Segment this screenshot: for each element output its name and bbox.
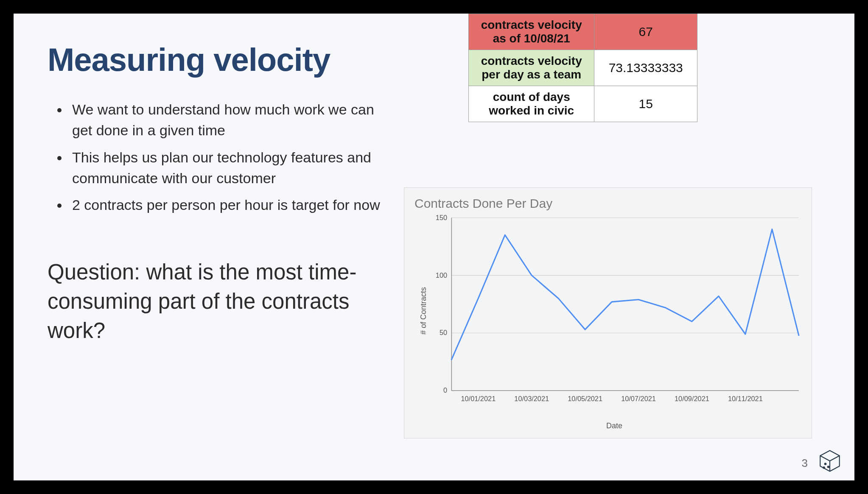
slide: Measuring velocity We want to understand… [14,14,854,480]
svg-text:10/07/2021: 10/07/2021 [621,395,656,403]
chart-xlabel: Date [606,421,622,430]
metric-value: 73.13333333 [594,50,697,86]
table-row: contracts velocity as of 10/08/21 67 [469,14,697,50]
text-column: Measuring velocity We want to understand… [48,41,395,346]
bullet-item: 2 contracts per person per hour is targe… [69,195,395,215]
bullet-list: We want to understand how much work we c… [69,99,395,215]
table-row: count of days worked in civic 15 [469,86,697,122]
plot-area: # of Contracts Date 05010015010/01/20211… [426,213,803,408]
svg-point-18 [823,467,825,469]
metric-label: count of days worked in civic [469,86,594,122]
svg-point-17 [828,466,829,468]
svg-text:0: 0 [443,386,447,394]
line-chart: 05010015010/01/202110/03/202110/05/20211… [426,213,803,408]
svg-point-16 [825,463,826,465]
svg-text:150: 150 [436,214,447,222]
chart-container: Contracts Done Per Day # of Contracts Da… [404,187,812,438]
metric-label: contracts velocity as of 10/08/21 [469,14,594,50]
svg-text:10/09/2021: 10/09/2021 [675,395,709,403]
metric-value: 15 [594,86,697,122]
chart-title: Contracts Done Per Day [404,188,812,213]
svg-text:50: 50 [440,329,447,337]
svg-text:10/03/2021: 10/03/2021 [514,395,549,403]
table-row: contracts velocity per day as a team 73.… [469,50,697,86]
metric-label: contracts velocity per day as a team [469,50,594,86]
question-text: Question: what is the most time-consumin… [48,258,395,346]
svg-text:10/05/2021: 10/05/2021 [568,395,602,403]
metrics-table: contracts velocity as of 10/08/21 67 con… [468,14,697,122]
logo-icon [818,449,842,473]
page-number: 3 [802,457,808,470]
svg-text:10/01/2021: 10/01/2021 [461,395,496,403]
slide-title: Measuring velocity [48,41,395,78]
svg-text:10/11/2021: 10/11/2021 [728,395,763,403]
metric-value: 67 [594,14,697,50]
bullet-item: This helps us plan our technology featur… [69,147,395,189]
viewport: Measuring velocity We want to understand… [0,0,868,494]
bullet-item: We want to understand how much work we c… [69,99,395,141]
chart-ylabel: # of Contracts [419,287,428,335]
svg-text:100: 100 [436,271,447,279]
